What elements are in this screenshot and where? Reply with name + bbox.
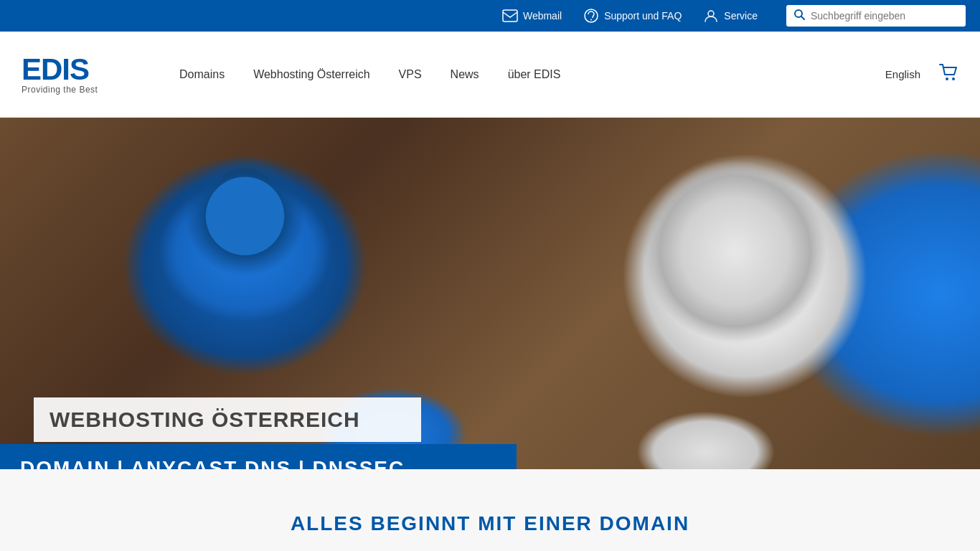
logo-brand: EDIS — [22, 55, 136, 85]
top-bar: Webmail Support und FAQ Service — [0, 0, 980, 32]
service-link[interactable]: Service — [703, 8, 758, 24]
cart-icon[interactable] — [938, 63, 958, 86]
support-label: Support und FAQ — [604, 10, 682, 22]
nav-news[interactable]: News — [451, 68, 479, 81]
service-icon — [703, 8, 719, 24]
search-input[interactable] — [811, 10, 958, 22]
search-icon — [793, 9, 805, 23]
support-icon — [583, 8, 599, 24]
svg-point-6 — [946, 77, 948, 80]
service-label: Service — [724, 10, 758, 22]
support-link[interactable]: Support und FAQ — [583, 8, 682, 24]
svg-point-2 — [590, 19, 592, 21]
webmail-icon — [502, 8, 518, 24]
webmail-label: Webmail — [523, 10, 562, 22]
below-hero-section: ALLES BEGINNT MIT EINER DOMAIN — [0, 469, 980, 551]
nav-domains[interactable]: Domains — [179, 68, 225, 81]
hero-title: WEBHOSTING ÖSTERREICH — [50, 408, 360, 431]
nav-uber-edis[interactable]: über EDIS — [508, 68, 561, 81]
webmail-link[interactable]: Webmail — [502, 8, 562, 24]
hero-title-box: WEBHOSTING ÖSTERREICH — [34, 397, 421, 442]
section-main-title: ALLES BEGINNT MIT EINER DOMAIN — [22, 512, 958, 535]
nav-links: Domains Webhosting Österreich VPS News ü… — [179, 68, 885, 81]
hero-subtitle: DOMAIN | ANYCAST DNS | DNSSEC — [20, 457, 405, 469]
svg-point-7 — [952, 77, 955, 80]
nav-vps[interactable]: VPS — [399, 68, 422, 81]
search-box[interactable] — [786, 5, 966, 27]
hero-section: WEBHOSTING ÖSTERREICH DOMAIN | ANYCAST D… — [0, 118, 980, 469]
logo-tagline: Providing the Best — [22, 85, 136, 95]
logo[interactable]: EDIS Providing the Best — [22, 55, 136, 95]
language-switcher[interactable]: English — [885, 68, 920, 80]
svg-point-3 — [708, 11, 714, 17]
nav-webhosting[interactable]: Webhosting Österreich — [253, 68, 369, 81]
svg-line-5 — [801, 17, 804, 19]
hero-subtitle-box: DOMAIN | ANYCAST DNS | DNSSEC — [0, 444, 517, 469]
nav-right: English — [885, 63, 958, 86]
main-nav: EDIS Providing the Best Domains Webhosti… — [0, 32, 980, 118]
svg-rect-0 — [503, 10, 517, 22]
